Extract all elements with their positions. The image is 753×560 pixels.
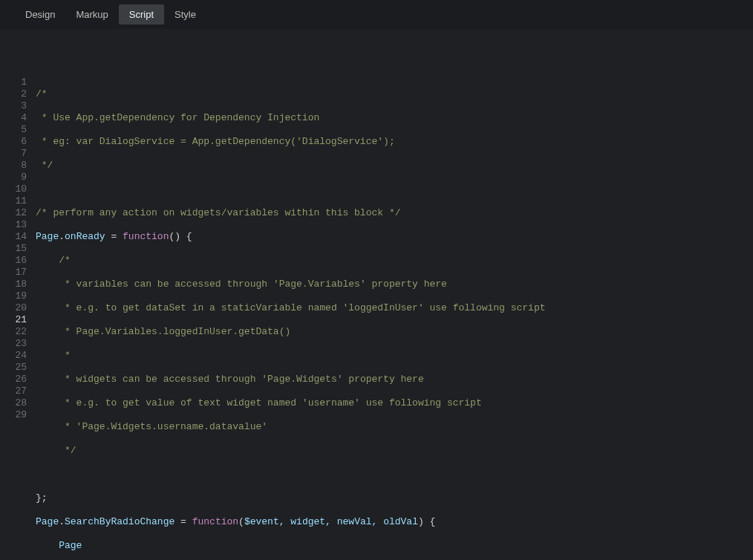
tab-style[interactable]: Style: [164, 4, 206, 25]
code-token: * eg: var DialogService = App.getDepende…: [36, 136, 395, 147]
code-token: /*: [36, 88, 48, 100]
code-text-area[interactable]: /* * Use App.getDependency for Dependenc…: [36, 76, 753, 560]
code-token: * widgets can be accessed through 'Page.…: [59, 374, 423, 385]
tab-script[interactable]: Script: [119, 4, 164, 25]
code-token: * 'Page.Widgets.username.datavalue': [59, 421, 267, 432]
code-token: * variables can be accessed through 'Pag…: [59, 279, 447, 290]
code-token: *: [59, 350, 71, 361]
tab-design[interactable]: Design: [15, 4, 65, 25]
code-token: function: [192, 516, 238, 527]
code-token: $event, widget, newVal, oldVal: [244, 516, 418, 527]
line-number-gutter: 12345 678910 1112131415 1617181920 21222…: [0, 76, 36, 560]
code-token: Page: [59, 540, 82, 551]
code-token: /*: [59, 255, 71, 266]
tab-bar: Design Markup Script Style: [0, 0, 753, 29]
code-token: * e.g. to get value of text widget named…: [59, 397, 482, 408]
code-token: */: [59, 445, 76, 456]
tab-markup[interactable]: Markup: [65, 4, 118, 25]
code-token: Page: [36, 516, 59, 527]
code-token: */: [36, 160, 53, 171]
code-token: onReady: [65, 231, 105, 242]
code-editor[interactable]: 12345 678910 1112131415 1617181920 21222…: [0, 29, 753, 560]
code-token: function: [123, 231, 169, 242]
code-token: /* perform any action on widgets/variabl…: [36, 207, 400, 218]
code-token: Page: [36, 231, 59, 242]
code-token: * Use App.getDependency for Dependency I…: [36, 112, 319, 123]
code-token: * e.g. to get dataSet in a staticVariabl…: [59, 302, 545, 313]
code-token: SearchByRadioChange: [65, 516, 175, 527]
code-token: * Page.Variables.loggedInUser.getData(): [59, 326, 290, 337]
